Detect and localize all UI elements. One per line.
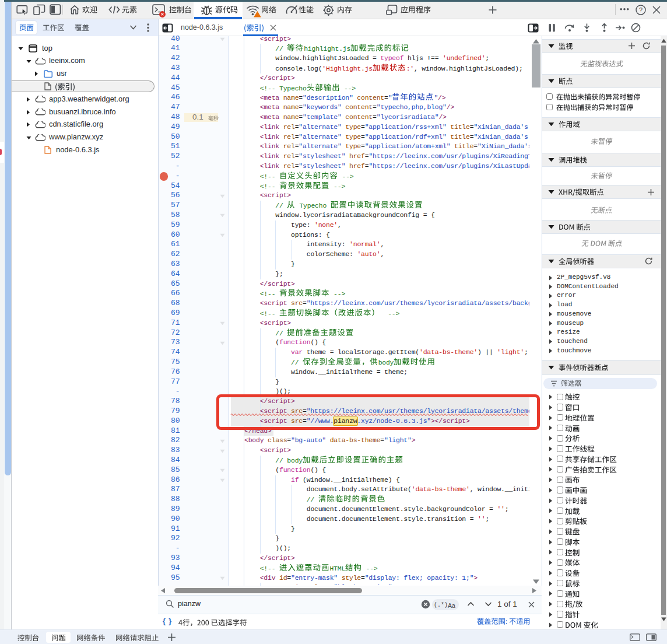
svg-text:?: ? [639,6,643,13]
